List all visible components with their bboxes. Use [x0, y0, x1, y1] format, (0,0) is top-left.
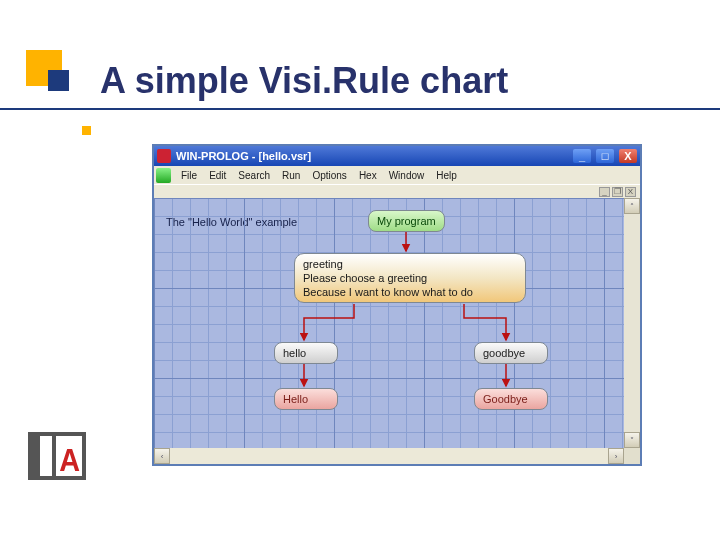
mdi-restore-button[interactable]: ❐: [612, 187, 623, 197]
branch-goodbye-label: goodbye: [483, 347, 525, 359]
mdi-minimize-button[interactable]: _: [599, 187, 610, 197]
run-icon[interactable]: [156, 168, 171, 183]
flow-arrows: [154, 198, 640, 452]
menu-file[interactable]: File: [176, 169, 202, 182]
step-reason: Because I want to know what to do: [303, 285, 517, 299]
node-step[interactable]: greeting Please choose a greeting Becaus…: [294, 253, 526, 303]
menu-help[interactable]: Help: [431, 169, 462, 182]
maximize-button[interactable]: □: [596, 149, 614, 163]
node-start-label: My program: [377, 215, 436, 227]
end-goodbye-label: Goodbye: [483, 393, 528, 405]
menu-window[interactable]: Window: [384, 169, 430, 182]
slide: A simple Visi.Rule chart WIN-PROLOG - [h…: [0, 0, 720, 540]
node-end-hello[interactable]: Hello: [274, 388, 338, 410]
menu-hex[interactable]: Hex: [354, 169, 382, 182]
app-window: WIN-PROLOG - [hello.vsr] _ □ X File Edit…: [152, 144, 642, 466]
slide-title: A simple Visi.Rule chart: [100, 60, 508, 102]
decor-square-navy: [48, 70, 69, 91]
menu-bar: File Edit Search Run Options Hex Window …: [154, 166, 640, 184]
node-start[interactable]: My program: [368, 210, 445, 232]
node-branch-goodbye[interactable]: goodbye: [474, 342, 548, 364]
mdi-close-button[interactable]: X: [625, 187, 636, 197]
minimize-button[interactable]: _: [573, 149, 591, 163]
menu-options[interactable]: Options: [307, 169, 351, 182]
menu-search[interactable]: Search: [233, 169, 275, 182]
step-prompt: Please choose a greeting: [303, 271, 517, 285]
end-hello-label: Hello: [283, 393, 308, 405]
title-underline: [0, 108, 720, 110]
lpa-logo: A: [28, 430, 92, 484]
menu-edit[interactable]: Edit: [204, 169, 231, 182]
bullet-marker: [82, 126, 91, 135]
menu-run[interactable]: Run: [277, 169, 305, 182]
title-bar[interactable]: WIN-PROLOG - [hello.vsr] _ □ X: [154, 146, 640, 166]
step-name: greeting: [303, 257, 517, 271]
branch-hello-label: hello: [283, 347, 306, 359]
window-title: WIN-PROLOG - [hello.vsr]: [176, 150, 568, 162]
close-button[interactable]: X: [619, 149, 637, 163]
diagram-canvas[interactable]: The "Hello World" example My program gre…: [154, 198, 640, 452]
node-end-goodbye[interactable]: Goodbye: [474, 388, 548, 410]
mdi-child-controls: _ ❐ X: [154, 184, 640, 198]
app-icon: [157, 149, 171, 163]
node-branch-hello[interactable]: hello: [274, 342, 338, 364]
